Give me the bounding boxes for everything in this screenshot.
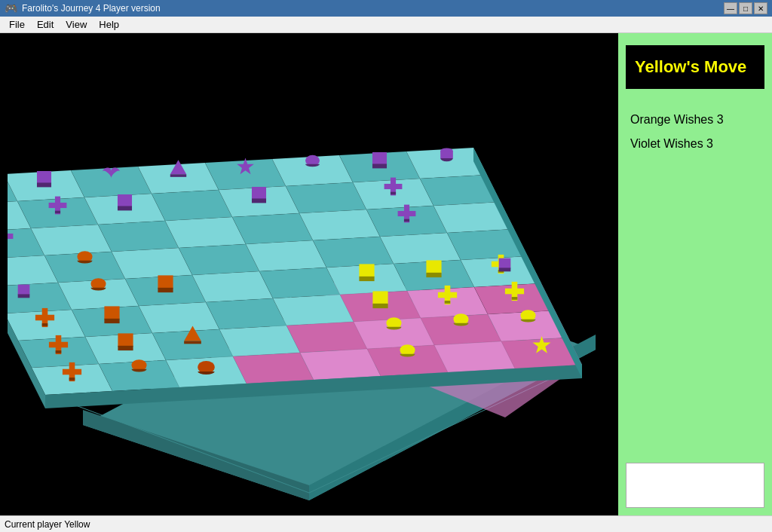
orange-wishes: Orange Wishes 3: [630, 113, 760, 127]
menu-view[interactable]: View: [60, 17, 93, 32]
menu-bar: File Edit View Help: [0, 17, 772, 33]
window-controls: — □ ✕: [724, 2, 767, 14]
app-icon: 🎮: [5, 2, 17, 14]
text-input-area[interactable]: [626, 463, 764, 508]
menu-file[interactable]: File: [3, 17, 31, 32]
wishes-area: Orange Wishes 3 Violet Wishes 3: [618, 95, 772, 455]
window-title: Farolito's Journey 4 Player version: [22, 3, 724, 14]
game-canvas[interactable]: [0, 33, 618, 515]
violet-wishes: Violet Wishes 3: [630, 137, 760, 151]
board-3d: [8, 48, 611, 515]
minimize-button[interactable]: —: [724, 2, 737, 14]
status-text: Current player Yellow: [5, 519, 90, 530]
close-button[interactable]: ✕: [754, 2, 767, 14]
turn-indicator: Yellow's Move: [626, 45, 764, 89]
menu-help[interactable]: Help: [93, 17, 125, 32]
status-bar: Current player Yellow: [0, 515, 772, 532]
main-content: Yellow's Move Orange Wishes 3 Violet Wis…: [0, 33, 772, 515]
title-bar: 🎮 Farolito's Journey 4 Player version — …: [0, 0, 772, 17]
menu-edit[interactable]: Edit: [31, 17, 60, 32]
right-panel: Yellow's Move Orange Wishes 3 Violet Wis…: [618, 33, 772, 515]
board-canvas[interactable]: [8, 48, 611, 515]
maximize-button[interactable]: □: [739, 2, 752, 14]
